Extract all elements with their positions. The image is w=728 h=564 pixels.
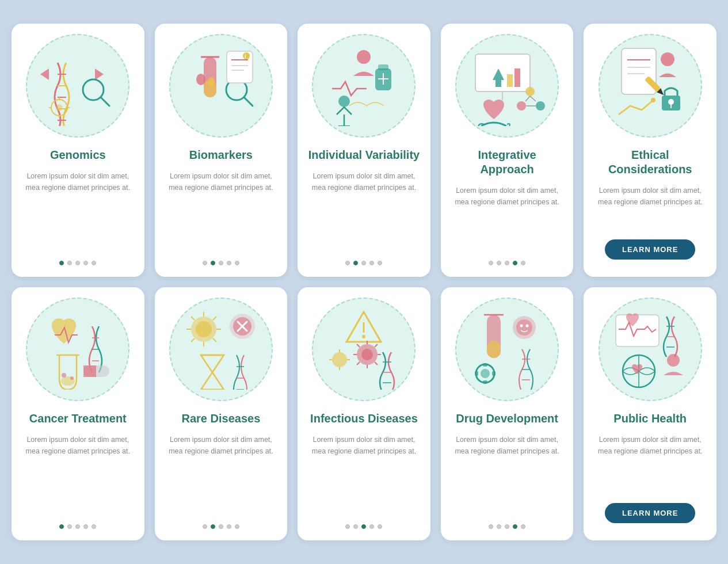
cancer-treatment-footer xyxy=(21,524,135,529)
svg-rect-67 xyxy=(83,365,96,377)
biomarkers-icon: i xyxy=(181,45,261,126)
card-individual-variability: Individual Variability Lorem ipsum dolor… xyxy=(298,24,430,277)
dot[interactable] xyxy=(75,524,80,529)
dot[interactable] xyxy=(489,261,493,265)
card-biomarkers: i Biomarkers Lorem ipsum dolor sit dim a… xyxy=(155,24,288,277)
svg-line-98 xyxy=(357,362,360,365)
infectious-diseases-icon xyxy=(323,309,404,390)
dot[interactable] xyxy=(75,261,80,265)
svg-line-75 xyxy=(213,317,216,320)
svg-rect-36 xyxy=(475,54,530,92)
dot[interactable] xyxy=(345,261,350,265)
integrative-approach-title: Integrative Approach xyxy=(450,148,565,177)
dot[interactable] xyxy=(497,524,501,529)
dot[interactable] xyxy=(92,524,96,529)
dot[interactable] xyxy=(378,524,382,529)
dot[interactable] xyxy=(378,261,382,265)
dot[interactable] xyxy=(219,524,223,529)
rare-diseases-footer xyxy=(164,524,279,529)
integrative-approach-footer xyxy=(450,261,565,265)
dot[interactable] xyxy=(513,261,517,265)
svg-point-91 xyxy=(361,349,373,360)
individual-variability-body: Lorem ipsum dolor sit dim amet, mea regi… xyxy=(307,170,421,253)
drug-development-footer xyxy=(450,524,565,529)
dot[interactable] xyxy=(521,261,525,265)
svg-point-100 xyxy=(332,352,347,367)
svg-point-26 xyxy=(243,52,250,59)
dot[interactable] xyxy=(211,261,215,265)
individual-variability-icon-area xyxy=(312,34,416,138)
dot[interactable] xyxy=(219,261,223,265)
public-health-learn-more-button[interactable]: LEarN MoRE xyxy=(605,503,695,523)
ethical-considerations-body: Lorem ipsum dolor sit dim amet, mea regi… xyxy=(593,185,707,231)
cards-grid: Genomics Lorem ipsum dolor sit dim amet,… xyxy=(12,24,716,540)
svg-rect-109 xyxy=(487,341,501,358)
ethical-considerations-icon-area xyxy=(599,34,702,138)
dot[interactable] xyxy=(513,524,517,529)
dot[interactable] xyxy=(369,261,374,265)
dot[interactable] xyxy=(67,524,72,529)
dot[interactable] xyxy=(505,261,509,265)
dot[interactable] xyxy=(369,524,374,529)
ethical-considerations-icon xyxy=(610,45,691,126)
svg-rect-39 xyxy=(496,80,501,87)
dot[interactable] xyxy=(59,261,64,265)
rare-diseases-body: Lorem ipsum dolor sit dim amet, mea regi… xyxy=(164,434,279,516)
infectious-diseases-dots xyxy=(345,524,382,529)
svg-rect-115 xyxy=(475,371,478,376)
infectious-diseases-footer xyxy=(307,524,421,529)
individual-variability-dots xyxy=(345,261,382,265)
dot[interactable] xyxy=(353,261,358,265)
drug-development-icon xyxy=(467,309,547,390)
dot[interactable] xyxy=(489,524,493,529)
integrative-approach-dots xyxy=(489,261,525,265)
dot[interactable] xyxy=(211,524,215,529)
svg-line-74 xyxy=(191,317,195,320)
dot[interactable] xyxy=(67,261,72,265)
svg-point-42 xyxy=(525,87,535,96)
svg-point-118 xyxy=(516,319,532,336)
genomics-footer xyxy=(21,261,135,265)
svg-point-112 xyxy=(481,369,490,378)
svg-line-8 xyxy=(101,97,109,106)
svg-point-44 xyxy=(536,101,545,110)
svg-rect-30 xyxy=(378,64,388,70)
dot[interactable] xyxy=(505,524,509,529)
svg-line-76 xyxy=(191,338,195,342)
svg-point-120 xyxy=(526,325,529,327)
dot[interactable] xyxy=(235,524,239,529)
individual-variability-title: Individual Variability xyxy=(308,148,420,162)
dot[interactable] xyxy=(83,261,88,265)
svg-point-28 xyxy=(357,50,371,64)
dot[interactable] xyxy=(235,261,239,265)
dot[interactable] xyxy=(227,261,231,265)
dot[interactable] xyxy=(227,524,231,529)
public-health-title: Public Health xyxy=(613,411,687,426)
dot[interactable] xyxy=(203,524,207,529)
rare-diseases-icon-area xyxy=(169,298,273,401)
svg-rect-48 xyxy=(622,48,656,94)
svg-line-46 xyxy=(530,96,536,101)
dot[interactable] xyxy=(83,524,88,529)
svg-point-119 xyxy=(520,325,523,327)
dot[interactable] xyxy=(353,524,358,529)
dot[interactable] xyxy=(521,524,525,529)
dot[interactable] xyxy=(59,524,64,529)
drug-development-title: Drug Development xyxy=(456,411,558,426)
svg-line-77 xyxy=(213,338,216,342)
individual-variability-footer xyxy=(307,261,421,265)
card-public-health: Public Health Lorem ipsum dolor sit dim … xyxy=(584,287,716,540)
card-cancer-treatment: Cancer Treatment Lorem ipsum dolor sit d… xyxy=(12,287,144,540)
dot[interactable] xyxy=(361,261,366,265)
dot[interactable] xyxy=(345,524,350,529)
svg-rect-116 xyxy=(492,371,496,376)
dot[interactable] xyxy=(361,524,366,529)
dot[interactable] xyxy=(92,261,96,265)
rare-diseases-dots xyxy=(203,524,239,529)
ethical-learn-more-button[interactable]: LEARN MORE xyxy=(605,239,695,260)
dot[interactable] xyxy=(203,261,207,265)
dot[interactable] xyxy=(497,261,501,265)
cancer-treatment-icon xyxy=(37,309,118,390)
cancer-treatment-body: Lorem ipsum dolor sit dim amet, mea regi… xyxy=(21,434,135,516)
card-genomics: Genomics Lorem ipsum dolor sit dim amet,… xyxy=(12,24,144,277)
